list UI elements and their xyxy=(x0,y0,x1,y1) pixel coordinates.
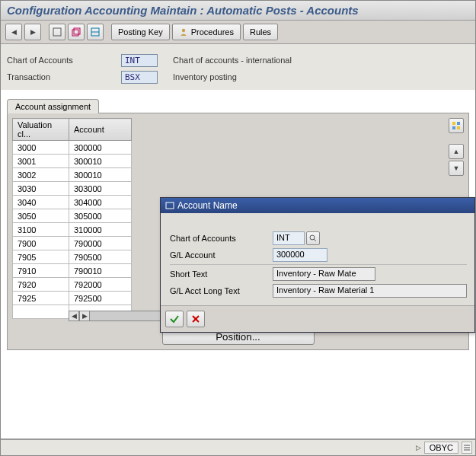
svg-rect-9 xyxy=(457,126,460,129)
coa-label: Chart of Accounts xyxy=(7,56,121,65)
dlg-short-label: Short Text xyxy=(170,269,273,279)
table-row[interactable]: 7900790000 xyxy=(13,237,132,250)
check-icon xyxy=(169,314,180,324)
svg-rect-6 xyxy=(452,122,455,125)
cell-valuation-class[interactable]: 3040 xyxy=(13,196,69,209)
svg-rect-10 xyxy=(166,202,174,209)
status-bar: ▷ OBYC xyxy=(1,438,475,455)
cell-account[interactable]: 790010 xyxy=(69,264,132,278)
transaction-value: BSX xyxy=(121,71,158,84)
svg-rect-1 xyxy=(72,30,78,36)
cell-account[interactable]: 300000 xyxy=(69,141,132,155)
nav-back-button[interactable]: ◀ xyxy=(5,24,22,40)
cell-valuation-class[interactable]: 7925 xyxy=(13,292,69,305)
procedures-label: Procedures xyxy=(191,27,234,37)
dlg-short-value: Inventory - Raw Mate xyxy=(273,267,375,281)
cell-account[interactable]: 305000 xyxy=(69,209,132,223)
dlg-glacct-value: 300000 xyxy=(273,248,327,262)
close-icon xyxy=(191,314,200,324)
svg-rect-7 xyxy=(457,122,460,125)
dlg-coa-label: Chart of Accounts xyxy=(170,234,273,243)
cell-valuation-class[interactable]: 3002 xyxy=(13,168,69,182)
table-row[interactable]: 7910790010 xyxy=(13,264,132,278)
table-row[interactable]: 3030303000 xyxy=(13,182,132,196)
transaction-label: Transaction xyxy=(7,72,121,81)
dialog-title-text: Account Name xyxy=(177,200,238,211)
account-name-dialog: Account Name Chart of Accounts INT G/L A… xyxy=(160,197,475,333)
cell-valuation-class[interactable]: 7910 xyxy=(13,264,69,278)
cell-valuation-class[interactable]: 3100 xyxy=(13,223,69,237)
dlg-coa-value: INT xyxy=(273,231,305,245)
cell-account[interactable]: 300010 xyxy=(69,168,132,182)
table-row[interactable]: 3001300010 xyxy=(13,155,132,168)
nav-forward-button[interactable]: ▶ xyxy=(24,24,41,40)
dialog-title-bar[interactable]: Account Name xyxy=(161,198,474,213)
cell-account[interactable]: 790500 xyxy=(69,250,132,264)
table-row[interactable]: 7905790500 xyxy=(13,250,132,264)
table-row[interactable]: 3000300000 xyxy=(13,141,132,155)
cell-account[interactable]: 300010 xyxy=(69,155,132,168)
transaction-desc: Inventory posting xyxy=(173,72,237,81)
cell-account[interactable]: 790000 xyxy=(69,237,132,250)
window-icon xyxy=(165,201,174,210)
table-row[interactable]: 3002300010 xyxy=(13,168,132,182)
hscroll-left-1[interactable]: ◀ xyxy=(69,311,79,321)
table-row[interactable]: 7920792000 xyxy=(13,278,132,292)
coa-value: INT xyxy=(121,54,158,67)
hscroll-right-1[interactable]: ▶ xyxy=(79,311,90,321)
posting-key-button[interactable]: Posting Key xyxy=(111,24,170,40)
delete-button[interactable] xyxy=(87,24,104,40)
account-table[interactable]: Valuation cl... Account 3000300000300130… xyxy=(12,118,132,319)
scroll-down-button[interactable]: ▼ xyxy=(449,161,464,176)
dlg-long-label: G/L Acct Long Text xyxy=(170,286,273,295)
cell-valuation-class[interactable]: 3000 xyxy=(13,141,69,155)
cell-valuation-class[interactable]: 3050 xyxy=(13,209,69,223)
col-account[interactable]: Account xyxy=(69,119,132,141)
cell-account[interactable]: 792500 xyxy=(69,292,132,305)
coa-desc: Chart of accounts - international xyxy=(173,56,292,65)
svg-line-12 xyxy=(314,239,316,241)
search-help-icon xyxy=(309,234,317,242)
cell-valuation-class[interactable]: 3001 xyxy=(13,155,69,168)
dlg-cancel-button[interactable] xyxy=(187,311,205,327)
app-toolbar: ◀ ▶ Posting Key Procedures Rules xyxy=(1,21,475,44)
dlg-glacct-label: G/L Account xyxy=(170,250,273,260)
cell-account[interactable]: 304000 xyxy=(69,196,132,209)
scroll-up-button[interactable]: ▲ xyxy=(449,144,464,159)
page-title: Configuration Accounting Maintain : Auto… xyxy=(1,1,475,21)
procedures-button[interactable]: Procedures xyxy=(172,24,241,40)
cell-account[interactable]: 310000 xyxy=(69,223,132,237)
new-entries-button[interactable] xyxy=(49,24,65,40)
person-icon xyxy=(179,27,188,37)
list-icon xyxy=(463,444,471,451)
status-expand-icon[interactable]: ▷ xyxy=(416,444,421,451)
status-tcode: OBYC xyxy=(424,442,458,454)
svg-rect-0 xyxy=(53,28,61,36)
dlg-long-value: Inventory - Raw Material 1 xyxy=(273,284,467,298)
cell-valuation-class[interactable]: 7905 xyxy=(13,250,69,264)
cell-valuation-class[interactable]: 3030 xyxy=(13,182,69,196)
dlg-coa-search-help[interactable] xyxy=(306,231,320,245)
table-row[interactable]: 3100310000 xyxy=(13,223,132,237)
cell-account[interactable]: 303000 xyxy=(69,182,132,196)
cell-account[interactable]: 792000 xyxy=(69,278,132,292)
table-row[interactable]: 7925792500 xyxy=(13,292,132,305)
status-menu-button[interactable] xyxy=(462,442,472,454)
dlg-ok-button[interactable] xyxy=(165,311,184,327)
col-valuation-class[interactable]: Valuation cl... xyxy=(13,119,69,141)
section-tab-account-assignment: Account assignment xyxy=(7,99,99,113)
svg-rect-8 xyxy=(452,126,455,129)
cell-valuation-class[interactable]: 7920 xyxy=(13,278,69,292)
cell-valuation-class[interactable]: 7900 xyxy=(13,237,69,250)
header-form: Chart of Accounts INT Chart of accounts … xyxy=(1,44,475,90)
copy-button[interactable] xyxy=(68,24,85,40)
svg-rect-2 xyxy=(74,28,80,34)
rules-button[interactable]: Rules xyxy=(243,24,278,40)
svg-point-5 xyxy=(182,29,185,32)
grid-icon xyxy=(452,121,461,130)
table-settings-button[interactable] xyxy=(449,118,464,133)
table-row[interactable]: 3040304000 xyxy=(13,196,132,209)
cell-valuation-class[interactable] xyxy=(13,305,69,319)
table-row[interactable]: 3050305000 xyxy=(13,209,132,223)
